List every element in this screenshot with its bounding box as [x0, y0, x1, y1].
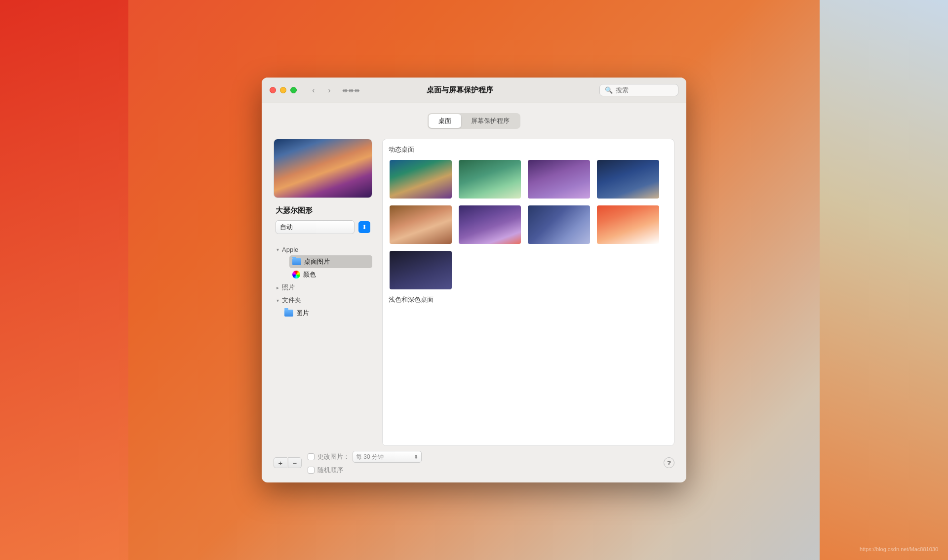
- sidebar-item-label: 桌面图片: [304, 257, 330, 266]
- sidebar-item-desktop-pictures[interactable]: 桌面图片: [289, 255, 372, 268]
- search-box[interactable]: 🔍: [599, 84, 678, 96]
- window-title: 桌面与屏幕保护程序: [324, 85, 595, 95]
- thumb-preview: [390, 160, 452, 199]
- grid-row-3: [389, 250, 668, 290]
- wallpaper-info: 大瑟尔图形 自动 ⬍: [274, 206, 372, 240]
- bg-left: [0, 0, 128, 560]
- sidebar-item-folders[interactable]: ▾ 文件夹: [274, 294, 372, 307]
- grid-row-2: [389, 204, 668, 245]
- help-button[interactable]: ?: [664, 457, 674, 468]
- thumbnail-7[interactable]: [527, 204, 591, 245]
- traffic-lights: [270, 87, 297, 93]
- thumbnail-4[interactable]: [596, 159, 660, 200]
- thumbnail-2[interactable]: [458, 159, 522, 200]
- random-order-row: 随机顺序: [308, 466, 422, 475]
- chevron-down-icon: ▾: [276, 298, 279, 303]
- folder-icon: [284, 310, 293, 317]
- sidebar-item-label: 文件夹: [282, 296, 301, 305]
- sidebar-item-label: Apple: [282, 246, 298, 253]
- random-order-checkbox[interactable]: [308, 467, 315, 474]
- dropdown-arrow-icon: ⬍: [358, 221, 370, 233]
- style-dropdown[interactable]: 自动: [276, 220, 355, 234]
- thumb-preview: [528, 205, 590, 244]
- apple-children: 桌面图片 颜色: [281, 255, 372, 281]
- search-icon: 🔍: [605, 86, 613, 94]
- sidebar-tree: ▾ Apple 桌面图片 颜色 ▸: [274, 244, 372, 446]
- bg-right: [820, 0, 948, 560]
- tab-group: 桌面 屏幕保护程序: [428, 113, 520, 129]
- sidebar-item-apple[interactable]: ▾ Apple: [274, 244, 372, 255]
- sidebar-item-pictures[interactable]: 图片: [281, 307, 372, 320]
- change-pictures-checkbox[interactable]: [308, 453, 315, 460]
- main-area: 大瑟尔图形 自动 ⬍ ▾ Apple: [274, 139, 674, 446]
- thumbnail-3[interactable]: [527, 159, 591, 200]
- chevron-right-icon: ▸: [276, 285, 279, 290]
- bottom-bar: + − 更改图片： 每 30 分钟 ⬍ 随机顺序 ?: [274, 446, 674, 475]
- add-remove-buttons: + −: [274, 457, 302, 468]
- help-icon: ?: [667, 459, 671, 467]
- close-button[interactable]: [270, 87, 276, 93]
- thumb-preview: [528, 160, 590, 199]
- sidebar-item-label: 照片: [282, 283, 295, 292]
- thumbnail-9[interactable]: [389, 250, 453, 290]
- grid-row-1: [389, 159, 668, 200]
- change-pictures-row: 更改图片： 每 30 分钟 ⬍: [308, 451, 422, 463]
- thumb-preview: [597, 160, 659, 199]
- dynamic-desktop-title: 动态桌面: [389, 145, 668, 154]
- thumb-preview: [597, 205, 659, 244]
- thumbnail-1[interactable]: [389, 159, 453, 200]
- interval-arrow-icon: ⬍: [414, 454, 418, 460]
- tab-screensaver[interactable]: 屏幕保护程序: [461, 114, 519, 128]
- search-input[interactable]: [616, 86, 673, 94]
- interval-value: 每 30 分钟: [356, 453, 384, 461]
- sidebar-item-photos[interactable]: ▸ 照片: [274, 281, 372, 294]
- minimize-button[interactable]: [280, 87, 286, 93]
- tab-desktop[interactable]: 桌面: [429, 114, 461, 128]
- thumb-preview: [459, 205, 521, 244]
- light-dark-section-title: 浅色和深色桌面: [389, 295, 668, 304]
- color-wheel-icon: [292, 271, 300, 279]
- back-button[interactable]: ‹: [307, 83, 320, 97]
- random-order-label: 随机顺序: [317, 466, 343, 475]
- remove-button[interactable]: −: [288, 457, 302, 468]
- change-pictures-label: 更改图片：: [317, 452, 350, 461]
- thumbnail-8[interactable]: [596, 204, 660, 245]
- watermark: https://blog.csdn.net/Mac881030: [860, 546, 938, 552]
- options-area: 更改图片： 每 30 分钟 ⬍ 随机顺序: [308, 451, 422, 475]
- thumb-preview: [459, 160, 521, 199]
- content-area: 桌面 屏幕保护程序 大瑟尔图形 自动: [262, 103, 686, 482]
- preview-canvas: [274, 139, 372, 198]
- tab-bar: 桌面 屏幕保护程序: [274, 113, 674, 129]
- preferences-window: ‹ › ⇼⇼⇼ 桌面与屏幕保护程序 🔍 桌面 屏幕保护程序: [262, 78, 686, 482]
- interval-dropdown[interactable]: 每 30 分钟 ⬍: [353, 451, 422, 463]
- thumb-preview: [390, 205, 452, 244]
- sidebar-item-label: 图片: [296, 309, 309, 318]
- titlebar: ‹ › ⇼⇼⇼ 桌面与屏幕保护程序 🔍: [262, 78, 686, 103]
- sidebar: 大瑟尔图形 自动 ⬍ ▾ Apple: [274, 139, 372, 446]
- add-button[interactable]: +: [274, 457, 287, 468]
- fullscreen-button[interactable]: [290, 87, 297, 93]
- thumbnail-5[interactable]: [389, 204, 453, 245]
- wallpaper-name: 大瑟尔图形: [276, 206, 370, 215]
- folder-icon: [292, 258, 301, 265]
- thumb-preview: [390, 251, 452, 289]
- dropdown-row: 自动 ⬍: [276, 220, 370, 234]
- right-panel: 动态桌面: [382, 139, 674, 446]
- dropdown-value: 自动: [280, 223, 293, 232]
- sidebar-item-colors[interactable]: 颜色: [289, 268, 372, 281]
- wallpaper-grid: 动态桌面: [382, 139, 674, 446]
- sidebar-item-label: 颜色: [303, 270, 316, 279]
- wallpaper-preview: [274, 139, 372, 198]
- thumbnail-6[interactable]: [458, 204, 522, 245]
- preview-area: [274, 139, 372, 198]
- chevron-down-icon: ▾: [276, 247, 279, 252]
